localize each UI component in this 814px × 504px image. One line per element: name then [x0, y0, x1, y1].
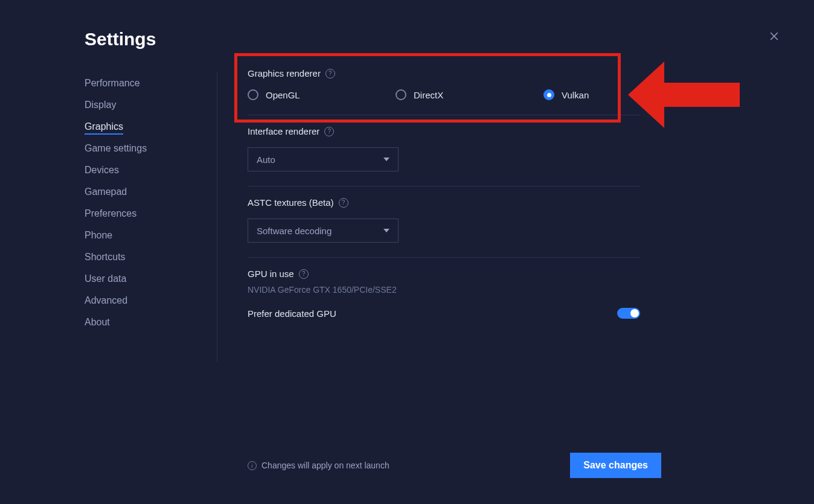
radio-circle-icon: [396, 89, 406, 100]
annotation-arrow-icon: [628, 56, 749, 134]
astc-section: ASTC textures (Beta) ? Software decoding: [248, 187, 640, 258]
section-label-text: GPU in use: [248, 269, 294, 279]
svg-marker-2: [628, 62, 740, 128]
interface-renderer-dropdown[interactable]: Auto: [248, 147, 399, 171]
sidebar-item-user-data[interactable]: User data: [85, 268, 205, 290]
close-button[interactable]: [768, 30, 783, 45]
gpu-section: GPU in use ? NVIDIA GeForce GTX 1650/PCI…: [248, 258, 640, 333]
prefer-gpu-row: Prefer dedicated GPU: [248, 308, 640, 319]
graphics-renderer-section: Graphics renderer ? OpenGL DirectX Vulka…: [248, 57, 640, 115]
info-icon: i: [248, 461, 257, 470]
settings-sidebar: Performance Display Graphics Game settin…: [85, 72, 217, 362]
sidebar-item-devices[interactable]: Devices: [85, 159, 205, 181]
help-icon[interactable]: ?: [299, 269, 309, 279]
sidebar-item-advanced[interactable]: Advanced: [85, 290, 205, 311]
help-icon[interactable]: ?: [339, 198, 348, 208]
chevron-down-icon: [383, 158, 389, 161]
graphics-renderer-radio-group: OpenGL DirectX Vulkan: [248, 89, 640, 100]
sidebar-item-display[interactable]: Display: [85, 94, 205, 116]
sidebar-item-label: About: [85, 317, 110, 327]
sidebar-item-game-settings[interactable]: Game settings: [85, 138, 205, 159]
gpu-label: GPU in use ?: [248, 269, 640, 279]
section-label-text: ASTC textures (Beta): [248, 197, 334, 208]
sidebar-item-preferences[interactable]: Preferences: [85, 203, 205, 225]
prefer-gpu-toggle[interactable]: [617, 308, 640, 319]
radio-option-opengl[interactable]: OpenGL: [248, 89, 396, 100]
sidebar-item-label: Devices: [85, 165, 119, 175]
section-label-text: Interface renderer: [248, 126, 319, 136]
radio-label: Vulkan: [562, 90, 589, 100]
sidebar-item-label: Graphics: [85, 121, 123, 135]
save-changes-button[interactable]: Save changes: [570, 453, 661, 478]
interface-renderer-label: Interface renderer ?: [248, 126, 640, 136]
footer: i Changes will apply on next launch Save…: [248, 453, 661, 478]
sidebar-item-gamepad[interactable]: Gamepad: [85, 181, 205, 203]
astc-label: ASTC textures (Beta) ?: [248, 197, 640, 208]
radio-circle-icon: [543, 89, 554, 100]
sidebar-item-performance[interactable]: Performance: [85, 72, 205, 94]
sidebar-item-label: Performance: [85, 78, 140, 88]
sidebar-item-label: Shortcuts: [85, 252, 126, 262]
sidebar-item-graphics[interactable]: Graphics: [85, 116, 205, 138]
prefer-gpu-label: Prefer dedicated GPU: [248, 308, 336, 319]
help-icon[interactable]: ?: [325, 69, 335, 78]
gpu-name-text: NVIDIA GeForce GTX 1650/PCIe/SSE2: [248, 285, 640, 295]
radio-option-directx[interactable]: DirectX: [396, 89, 543, 100]
interface-renderer-section: Interface renderer ? Auto: [248, 115, 640, 187]
main-content: Graphics renderer ? OpenGL DirectX Vulka…: [248, 57, 640, 333]
help-icon[interactable]: ?: [324, 127, 334, 136]
sidebar-item-shortcuts[interactable]: Shortcuts: [85, 246, 205, 268]
radio-circle-icon: [248, 89, 258, 100]
sidebar-item-about[interactable]: About: [85, 311, 205, 333]
chevron-down-icon: [383, 229, 389, 232]
notice-text: Changes will apply on next launch: [261, 461, 389, 470]
dropdown-value: Software decoding: [257, 226, 332, 236]
sidebar-item-label: Preferences: [85, 208, 136, 219]
dropdown-value: Auto: [257, 155, 275, 165]
radio-label: DirectX: [414, 90, 443, 100]
sidebar-item-label: User data: [85, 273, 126, 284]
radio-option-vulkan[interactable]: Vulkan: [543, 89, 589, 100]
sidebar-item-label: Game settings: [85, 143, 147, 153]
astc-dropdown[interactable]: Software decoding: [248, 219, 399, 243]
graphics-renderer-label: Graphics renderer ?: [248, 68, 640, 78]
sidebar-item-label: Phone: [85, 230, 112, 240]
apply-notice: i Changes will apply on next launch: [248, 461, 389, 470]
section-label-text: Graphics renderer: [248, 68, 321, 78]
sidebar-item-phone[interactable]: Phone: [85, 225, 205, 246]
sidebar-item-label: Gamepad: [85, 187, 127, 197]
sidebar-item-label: Advanced: [85, 295, 127, 305]
radio-label: OpenGL: [266, 90, 300, 100]
page-title: Settings: [85, 29, 156, 49]
sidebar-item-label: Display: [85, 100, 116, 110]
